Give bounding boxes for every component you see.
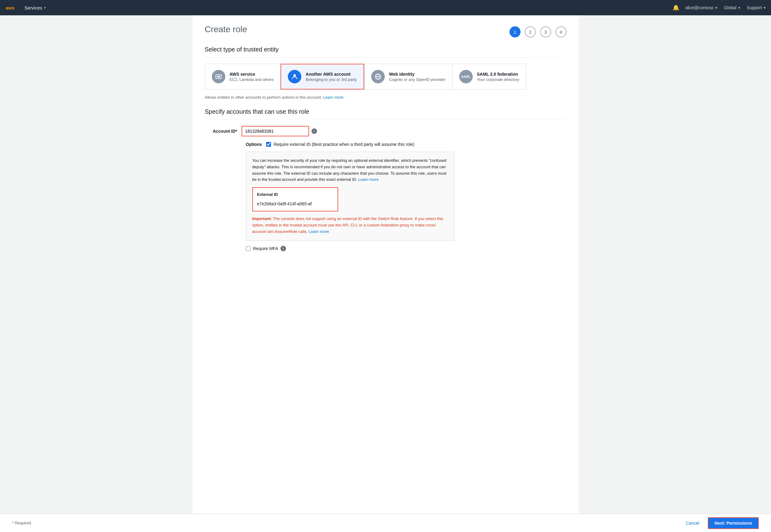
aws-service-subtitle: EC2, Lambda and others bbox=[230, 77, 274, 82]
mfa-row: Require MFA i bbox=[246, 246, 567, 251]
step-1[interactable]: 1 bbox=[510, 26, 521, 37]
account-id-row: Account ID* i bbox=[205, 126, 567, 136]
section1-description: Allows entities in other accounts to per… bbox=[205, 95, 567, 100]
main-content: Create role 1 2 3 4 Select type of trust… bbox=[192, 15, 579, 514]
important-learn-more[interactable]: Learn more bbox=[309, 229, 329, 234]
region-caret: ▼ bbox=[738, 6, 741, 9]
nav-right: 🔔 alice@contoso ▼ Global ▼ Support ▼ bbox=[673, 4, 766, 11]
page-header: Create role 1 2 3 4 bbox=[205, 25, 567, 37]
user-label: alice@contoso bbox=[686, 5, 714, 10]
aws-service-icon bbox=[212, 70, 225, 83]
svg-text:aws: aws bbox=[6, 5, 14, 10]
section1-title: Select type of trusted entity bbox=[205, 46, 567, 53]
entity-card-another-aws-account[interactable]: Another AWS account Belonging to you or … bbox=[280, 64, 364, 89]
page-footer: * Required Cancel Next: Permissions bbox=[0, 514, 771, 532]
require-external-id-checkbox[interactable] bbox=[266, 142, 271, 147]
options-row: Options Require external ID (Best practi… bbox=[246, 142, 567, 147]
required-note: * Required bbox=[12, 521, 31, 525]
options-label: Options bbox=[246, 142, 266, 147]
require-mfa-label[interactable]: Require MFA bbox=[253, 246, 278, 251]
another-account-subtitle: Belonging to you or 3rd party bbox=[306, 77, 357, 82]
svg-rect-2 bbox=[217, 76, 220, 77]
entity-card-aws-service[interactable]: AWS service EC2, Lambda and others bbox=[205, 64, 281, 89]
support-caret: ▼ bbox=[763, 6, 766, 9]
info-box-text: You can increase the security of your ro… bbox=[252, 158, 447, 182]
next-permissions-button[interactable]: Next: Permissions bbox=[708, 517, 759, 529]
web-identity-icon bbox=[371, 70, 385, 83]
section2-title: Specify accounts that can use this role bbox=[205, 108, 567, 115]
user-caret: ▼ bbox=[715, 6, 718, 9]
services-menu[interactable]: Services ▼ bbox=[25, 5, 46, 10]
web-identity-title: Web identity bbox=[389, 72, 446, 77]
entity-cards: AWS service EC2, Lambda and others Anoth… bbox=[205, 64, 567, 89]
account-id-input-wrap: i bbox=[241, 126, 317, 136]
another-account-text: Another AWS account Belonging to you or … bbox=[306, 72, 357, 82]
web-identity-text: Web identity Cognito or any OpenID provi… bbox=[389, 72, 446, 82]
require-mfa-checkbox[interactable] bbox=[246, 246, 251, 251]
mfa-info-icon[interactable]: i bbox=[280, 246, 286, 251]
step-2[interactable]: 2 bbox=[525, 26, 536, 37]
region-label: Global bbox=[724, 5, 736, 10]
require-external-id-row: Require external ID (Best practice when … bbox=[266, 142, 414, 147]
nav-bar: aws Services ▼ 🔔 alice@contoso ▼ Global … bbox=[0, 0, 771, 15]
another-account-title: Another AWS account bbox=[306, 72, 357, 77]
another-account-icon bbox=[288, 70, 301, 83]
nav-left: aws Services ▼ bbox=[5, 3, 46, 12]
support-menu[interactable]: Support ▼ bbox=[747, 5, 766, 10]
bell-icon[interactable]: 🔔 bbox=[673, 4, 679, 11]
account-id-label: Account ID* bbox=[205, 129, 241, 134]
external-id-label: External ID bbox=[257, 192, 333, 198]
account-id-info-icon[interactable]: i bbox=[311, 128, 317, 134]
step-4[interactable]: 4 bbox=[556, 26, 567, 37]
important-body: The console does not support using an ex… bbox=[252, 216, 443, 234]
entity-card-saml[interactable]: SAML SAML 2.0 federation Your corporate … bbox=[452, 64, 526, 89]
saml-text: SAML 2.0 federation Your corporate direc… bbox=[477, 72, 519, 82]
aws-service-text: AWS service EC2, Lambda and others bbox=[230, 72, 274, 82]
section2: Specify accounts that can use this role … bbox=[205, 108, 567, 251]
services-label: Services bbox=[25, 5, 42, 10]
external-id-info-box: You can increase the security of your ro… bbox=[246, 152, 454, 241]
services-caret: ▼ bbox=[44, 6, 47, 9]
external-id-box: External ID e7e2b8a3-0a9f-414f-a065-af bbox=[252, 187, 338, 211]
aws-service-title: AWS service bbox=[230, 72, 274, 77]
step-indicators: 1 2 3 4 bbox=[510, 26, 567, 37]
user-menu[interactable]: alice@contoso ▼ bbox=[686, 5, 718, 10]
info-box-learn-more[interactable]: Learn more bbox=[358, 177, 378, 182]
section1-learn-more-link[interactable]: Learn more bbox=[323, 95, 343, 100]
support-label: Support bbox=[747, 5, 762, 10]
section1-divider bbox=[205, 57, 567, 58]
external-id-value: e7e2b8a3-0a9f-414f-a065-af bbox=[257, 200, 333, 207]
web-identity-subtitle: Cognito or any OpenID provider bbox=[389, 77, 446, 82]
important-text-block: Important: The console does not support … bbox=[252, 216, 448, 235]
step-3[interactable]: 3 bbox=[540, 26, 551, 37]
page-title: Create role bbox=[205, 25, 247, 34]
require-external-id-label[interactable]: Require external ID (Best practice when … bbox=[273, 142, 414, 147]
saml-subtitle: Your corporate directory bbox=[477, 77, 519, 82]
svg-point-3 bbox=[293, 74, 296, 77]
aws-logo[interactable]: aws bbox=[5, 3, 18, 12]
important-label: Important: bbox=[252, 216, 272, 221]
account-id-input[interactable] bbox=[241, 126, 309, 136]
footer-buttons: Cancel Next: Permissions bbox=[682, 517, 759, 529]
saml-icon: SAML bbox=[459, 70, 473, 83]
saml-title: SAML 2.0 federation bbox=[477, 72, 519, 77]
entity-card-web-identity[interactable]: Web identity Cognito or any OpenID provi… bbox=[364, 64, 452, 89]
cancel-button[interactable]: Cancel bbox=[682, 518, 704, 528]
region-menu[interactable]: Global ▼ bbox=[724, 5, 741, 10]
